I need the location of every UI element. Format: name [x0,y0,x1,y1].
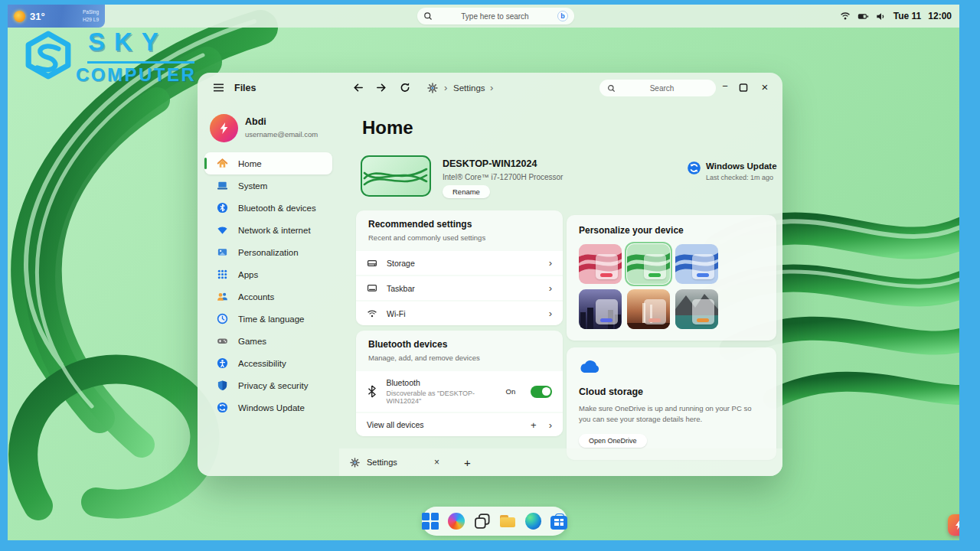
breadcrumb-gear-icon[interactable] [427,83,438,93]
back-icon[interactable] [352,82,364,93]
sidebar-item-network-internet[interactable]: Network & internet [204,219,332,241]
bluetooth-row[interactable]: Bluetooth Discoverable as "DESKTOP-WIN12… [356,371,563,412]
bluetooth-label: Bluetooth [386,378,496,387]
windows-update-subtitle: Last checked: 1m ago [706,174,773,181]
theme-tile-green-waves[interactable] [627,244,670,284]
theme-tile-red-waves[interactable] [579,244,622,284]
cloud-storage-card: Cloud storage Make sure OneDrive is up a… [567,347,776,460]
sidebar-item-label: Apps [238,270,258,279]
store-icon[interactable] [550,516,567,530]
user-avatar[interactable] [210,114,238,142]
system-icon [217,180,228,191]
theme-tile-blue-waves[interactable] [675,244,718,284]
settings-content: Home DESKTOP-WIN12024 Intel® Core™ i7-12… [339,103,782,448]
home-icon [217,158,228,169]
weather-range: H29 L9 [83,17,99,22]
bluetooth-title: Bluetooth devices [368,339,550,350]
sidebar-item-home[interactable]: Home [204,152,332,174]
recommended-row-taskbar[interactable]: Taskbar › [356,276,563,300]
file-explorer-icon[interactable] [499,513,516,530]
chevron-right-icon: › [549,308,552,319]
hamburger-menu-icon[interactable] [213,83,224,93]
start-icon[interactable] [422,513,439,530]
window-search-placeholder: Search [616,84,708,93]
task-view-icon[interactable] [474,513,491,530]
add-device-icon[interactable]: + [531,419,537,431]
recommended-row-storage[interactable]: Storage › [356,251,563,275]
logo-divider [87,61,194,64]
sidebar-item-personalization[interactable]: Personalization [204,241,332,263]
right-column: Personalize your device [567,215,776,460]
view-all-devices-row[interactable]: View all devices + › [356,413,563,436]
sky-brand-badge[interactable] [948,514,959,536]
theme-accent-pill [648,273,661,277]
sidebar-item-label: Accounts [238,292,274,302]
theme-tile-night-city[interactable] [579,289,622,329]
row-label: Storage [387,259,415,268]
global-search-placeholder: Type here to search [433,12,557,21]
new-tab-button[interactable]: + [464,456,471,469]
sidebar-item-label: Network & internet [238,226,311,235]
chevron-right-icon: › [549,257,552,269]
theme-tile-waterfall[interactable] [627,289,670,329]
bluetooth-subtitle: Manage, add, and remove devices [368,354,550,362]
user-email: username@email.com [245,130,318,139]
desktop: 31° PaSing H29 L9 Type here to search b [8,5,959,540]
recommended-row-wifi[interactable]: Wi-Fi › [356,302,563,325]
bluetooth-sublabel: Discoverable as "DESKTOP-WIN12024" [386,390,496,405]
maximize-button[interactable] [737,83,750,92]
battery-icon [858,11,869,21]
forward-icon[interactable] [375,82,387,93]
sidebar-item-windows-update[interactable]: Windows Update [204,396,332,419]
refresh-icon[interactable] [399,82,411,93]
speaker-icon [876,11,887,21]
bolt-icon [217,122,230,135]
rename-button[interactable]: Rename [443,185,490,198]
bolt-icon [953,520,959,530]
theme-accent-pill [697,318,709,322]
sky-hexagon-icon [23,31,74,80]
sidebar-item-games[interactable]: Games [204,330,332,352]
window-titlebar[interactable]: Files › Settings › [198,73,782,103]
edge-icon[interactable] [525,513,542,530]
minimize-button[interactable]: − [718,80,732,92]
copilot-icon[interactable] [448,513,465,530]
global-search-input[interactable]: Type here to search b [417,8,574,24]
privacy-shield-icon [217,380,228,391]
sidebar-nav: Home System Bluetooth & devices [198,152,339,419]
sidebar-item-system[interactable]: System [204,174,332,197]
bing-icon[interactable]: b [557,11,568,21]
close-button[interactable]: × [758,80,772,93]
tab-settings[interactable]: Settings × [339,448,450,476]
sidebar-item-accounts[interactable]: Accounts [204,285,332,308]
window-tabbar: Settings × + [339,448,782,476]
system-tray[interactable]: Tue 11 12:00 [840,5,952,28]
sidebar-item-apps[interactable]: Apps [204,263,332,285]
sky-computer-logo: SKY COMPUTER [17,23,197,80]
view-all-devices-label: View all devices [367,420,424,429]
windows-update-icon [217,402,228,413]
chevron-right-icon: › [549,419,552,431]
device-name: DESKTOP-WIN12024 [443,158,537,169]
sidebar-item-time-language[interactable]: Time & language [204,308,332,330]
windows-update-title[interactable]: Windows Update [706,161,777,171]
sidebar-item-privacy-security[interactable]: Privacy & security [204,374,332,396]
device-processor: Intel® Core™ i7-12700H Processor [443,173,563,181]
sidebar-item-accessibility[interactable]: Accessibility [204,352,332,374]
theme-tile-mountain-lake[interactable] [675,289,718,329]
bluetooth-toggle[interactable] [531,386,552,398]
breadcrumb-settings[interactable]: Settings [453,83,485,93]
logo-text-sky: SKY [88,28,168,57]
sidebar-item-label: System [238,181,267,191]
search-icon [423,11,433,21]
row-label: Wi-Fi [387,309,406,318]
logo-text-computer: COMPUTER [76,64,196,86]
close-tab-icon[interactable]: × [434,457,439,468]
chevron-right-icon: › [549,282,552,294]
sidebar-item-label: Personalization [238,248,299,257]
theme-tile-grid [579,244,764,329]
open-onedrive-button[interactable]: Open OneDrive [579,434,647,448]
taskbar-icon [367,283,377,294]
window-search-input[interactable]: Search [599,80,716,96]
sidebar-item-bluetooth-devices[interactable]: Bluetooth & devices [204,197,332,219]
